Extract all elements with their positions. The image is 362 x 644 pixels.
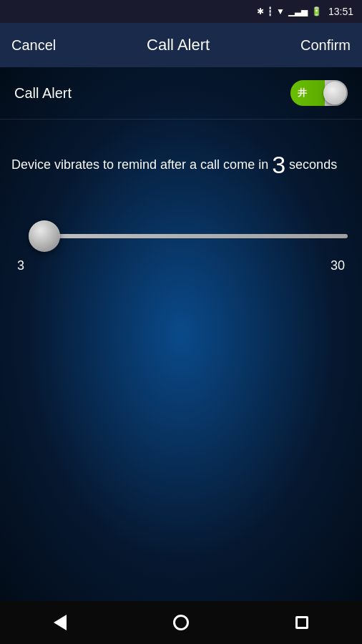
- status-time: 13:51: [328, 6, 353, 17]
- confirm-button[interactable]: Confirm: [300, 37, 351, 54]
- battery-icon: 🔋: [311, 6, 322, 16]
- slider-section: 3 30: [0, 204, 362, 280]
- signal-icon: ▁▃▅: [288, 6, 308, 16]
- recents-button[interactable]: [284, 605, 320, 640]
- toggle-thumb: [323, 82, 346, 104]
- description-prefix: Device vibrates to remind after a call c…: [11, 157, 272, 172]
- slider-thumb[interactable]: [29, 220, 60, 252]
- description-text: Device vibrates to remind after a call c…: [11, 148, 351, 182]
- wifi-icon: ▼: [276, 6, 285, 16]
- home-icon: [173, 615, 189, 630]
- main-content: Call Alert 井 Device vibrates to remind a…: [0, 67, 362, 601]
- recents-icon: [295, 616, 308, 629]
- status-icons: ✱ ┇ ▼ ▁▃▅ 🔋 13:51: [257, 6, 353, 17]
- bluetooth-icon: ✱: [257, 6, 264, 16]
- description-suffix: seconds: [289, 157, 337, 172]
- call-alert-toggle[interactable]: 井: [290, 80, 348, 106]
- toggle-on-symbol: 井: [298, 87, 307, 99]
- slider-track: [34, 234, 348, 238]
- status-bar: ✱ ┇ ▼ ▁▃▅ 🔋 13:51: [0, 0, 362, 23]
- back-icon: [54, 615, 67, 630]
- description-section: Device vibrates to remind after a call c…: [0, 119, 362, 204]
- nav-bar: Cancel Call Alert Confirm: [0, 23, 362, 67]
- vibrate-icon: ┇: [268, 6, 273, 16]
- toggle-track: 井: [290, 80, 348, 106]
- call-alert-label: Call Alert: [14, 85, 72, 102]
- slider-min-label: 3: [17, 258, 24, 273]
- cancel-button[interactable]: Cancel: [11, 37, 56, 54]
- slider-labels: 3 30: [14, 258, 348, 273]
- back-button[interactable]: [42, 605, 78, 640]
- seconds-value: 3: [272, 151, 285, 178]
- home-button[interactable]: [163, 605, 199, 640]
- nav-title: Call Alert: [147, 36, 210, 54]
- call-alert-row: Call Alert 井: [0, 67, 362, 119]
- bottom-nav-bar: [0, 601, 362, 644]
- slider-wrapper[interactable]: [14, 218, 348, 254]
- slider-max-label: 30: [331, 258, 345, 273]
